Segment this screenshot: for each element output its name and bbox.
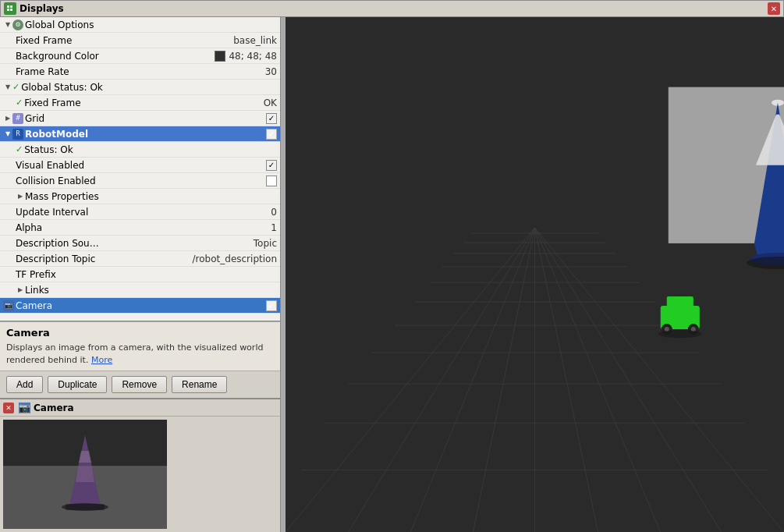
tree-item-camera[interactable]: 📷 Camera ✓ (0, 298, 280, 314)
background-color-value: 48; 48; 48 (229, 51, 277, 62)
tree-item-collision-enabled[interactable]: Collision Enabled (0, 173, 280, 189)
arrow-robot-model: ▼ (3, 129, 12, 139)
main-layout: ▼ ⚙ Global Options Fixed Frame base_link… (0, 17, 784, 532)
svg-rect-2 (7, 9, 9, 11)
tree-item-global-status[interactable]: ▼ ✓ Global Status: Ok (0, 80, 280, 95)
gear-icon: ⚙ (12, 20, 23, 30)
tree-item-grid[interactable]: ▶ # Grid ✓ (0, 111, 280, 126)
camera-panel-title-bar: ✕ 📷 Camera (0, 399, 280, 417)
tree-item-mass-properties[interactable]: ▶ Mass Properties (0, 189, 280, 204)
tree-item-fixed-frame-status[interactable]: ✓ Fixed Frame OK (0, 95, 280, 111)
tree-item-background-color[interactable]: Background Color 48; 48; 48 (0, 48, 280, 64)
camera-checkbox[interactable]: ✓ (266, 300, 277, 311)
fixed-frame-label: Fixed Frame (16, 35, 233, 46)
description-topic-label: Description Topic (16, 254, 193, 264)
scene-3d (286, 17, 784, 532)
visual-enabled-label: Visual Enabled (16, 160, 266, 171)
tree-item-fixed-frame[interactable]: Fixed Frame base_link (0, 33, 280, 48)
tree-item-global-options[interactable]: ▼ ⚙ Global Options (0, 17, 280, 33)
tree-item-status-ok[interactable]: ✓ Status: Ok (0, 142, 280, 158)
tf-prefix-label: TF Prefix (16, 269, 277, 280)
robot-model-label: RobotModel (25, 129, 266, 140)
more-link[interactable]: More (91, 355, 112, 365)
background-color-label: Background Color (16, 51, 215, 62)
fixed-frame-value: base_link (233, 35, 277, 46)
camera-tree-icon: 📷 (3, 300, 14, 311)
arrow-global-options: ▼ (3, 20, 12, 30)
camera-panel-icon: 📷 (19, 403, 30, 413)
add-button[interactable]: Add (6, 376, 43, 393)
mass-properties-label: Mass Properties (25, 191, 280, 202)
buttons-row: Add Duplicate Remove Rename (0, 371, 280, 398)
arrow-links: ▶ (16, 286, 25, 295)
description-source-value: Topic (254, 238, 277, 249)
frame-rate-value: 30 (265, 66, 277, 77)
alpha-label: Alpha (16, 222, 271, 233)
collision-enabled-label: Collision Enabled (16, 176, 266, 186)
links-label: Links (25, 285, 280, 296)
svg-rect-44 (667, 296, 694, 307)
visual-enabled-checkbox[interactable]: ✓ (266, 160, 277, 171)
grid-checkbox[interactable]: ✓ (266, 113, 277, 124)
displays-tree[interactable]: ▼ ⚙ Global Options Fixed Frame base_link… (0, 17, 280, 321)
description-panel: Camera Displays an image from a camera, … (0, 321, 280, 371)
arrow-global-status: ▼ (3, 83, 12, 92)
description-body: Displays an image from a camera, with th… (6, 342, 263, 364)
alpha-value: 1 (271, 222, 277, 233)
grid-label: Grid (25, 113, 266, 124)
robot-icon: R (12, 129, 23, 140)
global-status-label: Global Status: Ok (21, 82, 280, 93)
viewport-3d[interactable] (286, 17, 784, 532)
camera-label: Camera (16, 300, 266, 311)
tree-item-description-topic[interactable]: Description Topic /robot_description (0, 251, 280, 267)
tree-item-robot-model[interactable]: ▼ R RobotModel ✓ (0, 126, 280, 142)
svg-point-11 (62, 503, 108, 511)
duplicate-button[interactable]: Duplicate (48, 376, 107, 393)
arrow-mass: ▶ (16, 192, 25, 201)
displays-panel: ▼ ⚙ Global Options Fixed Frame base_link… (0, 17, 280, 321)
camera-panel-close-button[interactable]: ✕ (3, 403, 14, 413)
arrow-grid: ▶ (3, 114, 12, 123)
window-title: Displays (20, 3, 768, 14)
tree-item-tf-prefix[interactable]: TF Prefix (0, 267, 280, 282)
tree-item-update-interval[interactable]: Update Interval 0 (0, 204, 280, 220)
title-bar: Displays ✕ (0, 0, 784, 17)
camera-view-svg (3, 420, 167, 529)
svg-rect-3 (10, 9, 12, 11)
fixed-frame-status-value: OK (264, 98, 277, 108)
checkmark-global-status: ✓ (12, 82, 20, 92)
camera-thumbnail (3, 420, 167, 529)
tree-item-links[interactable]: ▶ Links (0, 282, 280, 298)
3d-scene-svg (286, 17, 784, 532)
tree-item-alpha[interactable]: Alpha 1 (0, 220, 280, 236)
update-interval-value: 0 (271, 207, 277, 218)
svg-rect-1 (10, 5, 12, 8)
tree-item-visual-enabled[interactable]: Visual Enabled ✓ (0, 158, 280, 173)
description-text: Displays an image from a camera, with th… (6, 342, 274, 366)
description-title: Camera (6, 327, 274, 339)
displays-icon (4, 2, 16, 15)
camera-panel: ✕ 📷 Camera (0, 398, 280, 532)
close-button[interactable]: ✕ (768, 2, 780, 15)
description-topic-value: /robot_description (193, 254, 277, 264)
grid-icon: # (12, 113, 23, 124)
checkmark-fixed-frame: ✓ (16, 98, 23, 108)
remove-button[interactable]: Remove (112, 376, 167, 393)
svg-rect-0 (7, 5, 9, 8)
color-swatch (215, 51, 225, 62)
tree-item-frame-rate[interactable]: Frame Rate 30 (0, 64, 280, 80)
description-source-label: Description Sou… (16, 238, 254, 249)
collision-enabled-checkbox[interactable] (266, 176, 277, 186)
fixed-frame-status-label: Fixed Frame (24, 98, 263, 108)
global-options-label: Global Options (25, 20, 280, 30)
robot-model-checkbox[interactable]: ✓ (266, 129, 277, 140)
svg-point-49 (658, 330, 702, 338)
checkmark-status: ✓ (16, 144, 23, 154)
update-interval-label: Update Interval (16, 207, 271, 218)
frame-rate-label: Frame Rate (16, 66, 265, 77)
left-panel: ▼ ⚙ Global Options Fixed Frame base_link… (0, 17, 281, 532)
rename-button[interactable]: Rename (172, 376, 227, 393)
tree-item-description-source[interactable]: Description Sou… Topic (0, 236, 280, 251)
svg-marker-9 (76, 466, 94, 482)
status-ok-label: Status: Ok (24, 144, 280, 155)
